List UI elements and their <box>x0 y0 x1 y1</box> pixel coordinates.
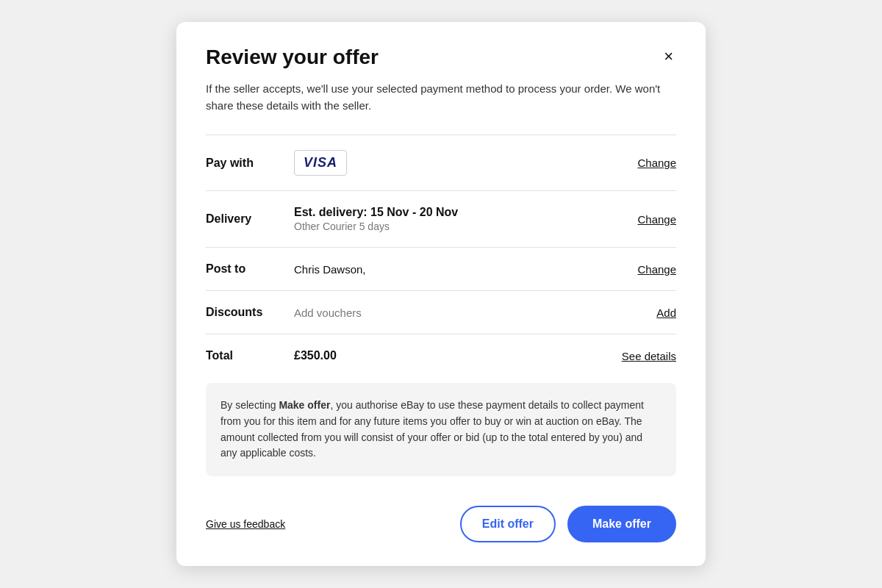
total-label: Total <box>206 349 294 362</box>
delivery-change-button[interactable]: Change <box>637 213 676 226</box>
visa-card: VISA <box>294 150 347 176</box>
modal-title: Review your offer <box>206 46 379 69</box>
modal-header: Review your offer × <box>206 46 676 69</box>
total-content: £350.00 <box>294 349 622 362</box>
pay-with-row: Pay with VISA Change <box>206 135 676 190</box>
post-to-row: Post to Chris Dawson, Change <box>206 247 676 290</box>
post-to-label: Post to <box>206 262 294 276</box>
delivery-label: Delivery <box>206 212 294 226</box>
delivery-content: Est. delivery: 15 Nov - 20 Nov Other Cou… <box>294 206 637 232</box>
discounts-label: Discounts <box>206 306 294 319</box>
visa-logo: VISA <box>304 155 337 170</box>
payment-method-container: VISA <box>294 150 637 176</box>
disclaimer-box: By selecting Make offer, you authorise e… <box>206 383 676 476</box>
delivery-row: Delivery Est. delivery: 15 Nov - 20 Nov … <box>206 190 676 247</box>
total-row: Total £350.00 See details <box>206 334 676 377</box>
add-voucher-button[interactable]: Add <box>656 306 676 319</box>
close-button[interactable]: × <box>661 46 676 68</box>
discounts-row: Discounts Add vouchers Add <box>206 290 676 334</box>
discounts-placeholder: Add vouchers <box>294 306 362 319</box>
post-to-change-button[interactable]: Change <box>637 263 676 276</box>
discounts-content: Add vouchers <box>294 306 656 319</box>
disclaimer-before: By selecting <box>220 399 279 411</box>
delivery-main-text: Est. delivery: 15 Nov - 20 Nov <box>294 206 637 219</box>
pay-with-label: Pay with <box>206 157 294 170</box>
total-amount: £350.00 <box>294 349 337 362</box>
disclaimer-bold: Make offer <box>279 399 330 411</box>
review-offer-modal: Review your offer × If the seller accept… <box>176 22 706 566</box>
see-details-button[interactable]: See details <box>622 350 676 362</box>
footer-buttons: Edit offer Make offer <box>460 506 676 542</box>
modal-description: If the seller accepts, we'll use your se… <box>206 81 676 114</box>
make-offer-button[interactable]: Make offer <box>567 506 676 542</box>
feedback-link[interactable]: Give us feedback <box>206 518 285 530</box>
modal-footer: Give us feedback Edit offer Make offer <box>206 506 676 542</box>
pay-with-change-button[interactable]: Change <box>637 157 676 169</box>
post-to-address: Chris Dawson, <box>294 263 366 276</box>
delivery-sub-text: Other Courier 5 days <box>294 220 637 232</box>
edit-offer-button[interactable]: Edit offer <box>460 506 556 542</box>
disclaimer-text: By selecting Make offer, you authorise e… <box>220 399 644 459</box>
post-to-content: Chris Dawson, <box>294 263 637 276</box>
